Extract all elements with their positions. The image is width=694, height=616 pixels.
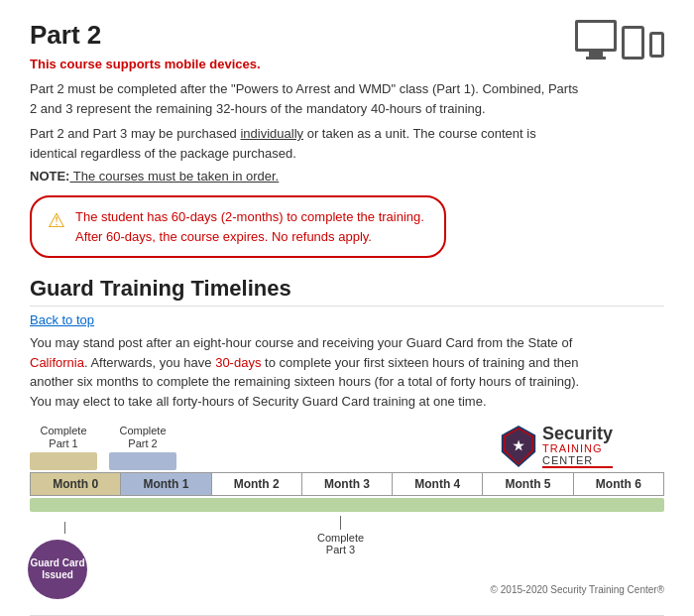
logo-area: ★ Security Training Center bbox=[501, 425, 664, 470]
device-icons-area bbox=[575, 20, 664, 79]
month-6-cell: Month 6 bbox=[574, 473, 663, 495]
monitor-base bbox=[586, 57, 606, 60]
shield-svg: ★ bbox=[501, 426, 536, 467]
svg-text:★: ★ bbox=[513, 438, 524, 453]
warning-box: ⚠ The student has 60-days (2-months) to … bbox=[30, 195, 446, 258]
warning-line2: After 60-days, the course expires. No re… bbox=[75, 229, 372, 244]
guard-card-bubble: Guard Card Issued bbox=[28, 540, 87, 599]
warning-icon: ⚠ bbox=[48, 208, 65, 232]
guard-card-line bbox=[64, 522, 65, 534]
complete-part2-label: CompletePart 2 bbox=[119, 425, 166, 450]
complete-part2-group: CompletePart 2 bbox=[109, 425, 176, 470]
complete-part1-group: CompletePart 1 bbox=[30, 425, 97, 470]
complete-part3-wrapper: CompletePart 3 bbox=[317, 516, 364, 555]
warning-line1: The student has 60-days (2-months) to co… bbox=[75, 209, 424, 224]
page-title: Part 2 bbox=[30, 20, 664, 51]
logo-shield: ★ Security Training Center bbox=[501, 425, 613, 468]
mobile-support-text: This course supports mobile devices. bbox=[30, 57, 664, 71]
months-row: Month 0 Month 1 Month 2 Month 3 Month 4 … bbox=[30, 472, 664, 496]
progress-bar bbox=[30, 498, 664, 512]
complete-part3-line bbox=[340, 516, 341, 530]
month-5-cell: Month 5 bbox=[483, 473, 573, 495]
tablet-icon bbox=[622, 26, 644, 60]
timeline-wrapper: ★ Security Training Center CompletePart … bbox=[30, 425, 664, 595]
logo-center-text: Center bbox=[542, 454, 613, 468]
complete-part1-label: CompletePart 1 bbox=[40, 425, 86, 450]
copyright-text: © 2015-2020 Security Training Center® bbox=[491, 584, 664, 595]
part1-bar bbox=[30, 452, 97, 470]
complete-part3-label: CompletePart 3 bbox=[317, 532, 364, 555]
section-timeline-title: Guard Training Timelines bbox=[30, 276, 664, 307]
note-label: NOTE: bbox=[30, 169, 69, 184]
month-0-cell: Month 0 bbox=[31, 473, 121, 495]
month-2-cell: Month 2 bbox=[212, 473, 302, 495]
note-text: NOTE: The courses must be taken in order… bbox=[30, 169, 664, 184]
guard-card-bubble-wrapper: Guard Card Issued bbox=[36, 522, 65, 536]
timeline-bottom-area: Guard Card Issued CompletePart 3 © 2015-… bbox=[30, 516, 664, 595]
logo-text-area: Security Training Center bbox=[542, 425, 613, 468]
description-1: Part 2 must be completed after the "Powe… bbox=[30, 79, 585, 118]
logo-training-text: Training bbox=[542, 442, 613, 454]
back-to-top-link[interactable]: Back to top bbox=[30, 312, 94, 327]
month-1-cell: Month 1 bbox=[121, 473, 211, 495]
guard-card-text: Guard Card Issued bbox=[28, 557, 87, 581]
note-body: The courses must be taken in order. bbox=[69, 169, 279, 184]
timeline-description: You may stand post after an eight-hour c… bbox=[30, 333, 585, 411]
month-3-cell: Month 3 bbox=[302, 473, 393, 495]
monitor-icon bbox=[575, 20, 617, 52]
month-4-cell: Month 4 bbox=[393, 473, 483, 495]
warning-text: The student has 60-days (2-months) to co… bbox=[75, 207, 424, 246]
phone-icon bbox=[649, 32, 664, 58]
part2-bar bbox=[109, 452, 176, 470]
logo-security-text: Security bbox=[542, 425, 613, 442]
page-top-area: Part 2 This course supports mobile devic… bbox=[30, 20, 664, 258]
description-2: Part 2 and Part 3 may be purchased indiv… bbox=[30, 124, 585, 163]
